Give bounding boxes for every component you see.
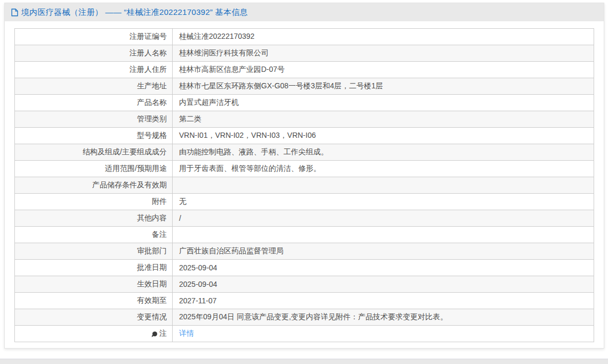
- table-row: 产品名称 内置式超声洁牙机: [15, 95, 594, 111]
- title-bar: 境内医疗器械（注册） —— “桂械注准20222170392” 基本信息: [5, 3, 604, 21]
- row-label: 型号规格: [15, 128, 173, 144]
- row-label: 结构及组成/主要组成成分: [15, 144, 173, 161]
- table-row: 审批部门 广西壮族自治区药品监督管理局: [15, 243, 594, 260]
- row-value: /: [173, 210, 594, 227]
- table-row: 产品储存条件及有效期: [15, 177, 594, 194]
- table-row: 注册人名称 桂林维润医疗科技有限公司: [15, 45, 594, 62]
- table-row: 注册人住所 桂林市高新区信息产业园D-07号: [15, 62, 594, 78]
- row-label: 变更情况: [15, 309, 173, 326]
- row-label: 生效日期: [15, 276, 173, 293]
- row-value: 由功能控制电路、液路、手柄、工作尖组成。: [173, 144, 594, 161]
- row-label: 注册证编号: [15, 29, 173, 45]
- registration-table: 注册证编号 桂械注准20222170392 注册人名称 桂林维润医疗科技有限公司…: [14, 28, 594, 342]
- row-value: 用于牙齿表面、根管等部位的清洁、修形。: [173, 161, 594, 177]
- table-row: 附件 无: [15, 194, 594, 210]
- row-label: 备注: [15, 227, 173, 243]
- details-link[interactable]: 详情: [179, 329, 194, 337]
- row-value: 2025年09月04日 同意该产品变更,变更内容详见附件：产品技术要求变更对比表…: [173, 309, 594, 326]
- card-body: 注册证编号 桂械注准20222170392 注册人名称 桂林维润医疗科技有限公司…: [5, 21, 604, 348]
- table-row: 型号规格 VRN-I01，VRN-I02，VRN-I03，VRN-I06: [15, 128, 594, 144]
- balloon-icon: [152, 332, 157, 336]
- row-label: 注册人名称: [15, 45, 173, 62]
- row-value: 2025-09-04: [173, 260, 594, 276]
- row-value: [173, 227, 594, 243]
- row-label: 批准日期: [15, 260, 173, 276]
- table-row: 有效期至 2027-11-07: [15, 293, 594, 309]
- table-row: 注册证编号 桂械注准20222170392: [15, 29, 594, 45]
- table-row: 注 详情: [15, 326, 594, 342]
- row-value: 第二类: [173, 111, 594, 128]
- row-value: 桂林市高新区信息产业园D-07号: [173, 62, 594, 78]
- registration-info-card: 境内医疗器械（注册） —— “桂械注准20222170392” 基本信息 注册证…: [4, 3, 604, 349]
- table-row: 其他内容 /: [15, 210, 594, 227]
- row-label: 产品储存条件及有效期: [15, 177, 173, 194]
- table-row: 批准日期 2025-09-04: [15, 260, 594, 276]
- row-value: VRN-I01，VRN-I02，VRN-I03，VRN-I06: [173, 128, 594, 144]
- row-label: 生产地址: [15, 78, 173, 95]
- table-row: 管理类别 第二类: [15, 111, 594, 128]
- table-row: 备注: [15, 227, 594, 243]
- row-value: 详情: [173, 326, 594, 342]
- row-value: 广西壮族自治区药品监督管理局: [173, 243, 594, 260]
- row-value: 桂械注准20222170392: [173, 29, 594, 45]
- row-value: 桂林市七星区东环路东侧GX-G08一号楼3层和4层，二号楼1层: [173, 78, 594, 95]
- row-label: 适用范围/预期用途: [15, 161, 173, 177]
- table-row: 适用范围/预期用途 用于牙齿表面、根管等部位的清洁、修形。: [15, 161, 594, 177]
- table-row: 变更情况 2025年09月04日 同意该产品变更,变更内容详见附件：产品技术要求…: [15, 309, 594, 326]
- row-label: 产品名称: [15, 95, 173, 111]
- row-label: 审批部门: [15, 243, 173, 260]
- row-label: 注: [15, 326, 173, 342]
- row-label: 管理类别: [15, 111, 173, 128]
- row-label: 附件: [15, 194, 173, 210]
- row-value: 2025-09-04: [173, 276, 594, 293]
- table-row: 结构及组成/主要组成成分 由功能控制电路、液路、手柄、工作尖组成。: [15, 144, 594, 161]
- row-label: 有效期至: [15, 293, 173, 309]
- row-value: [173, 177, 594, 194]
- row-label: 其他内容: [15, 210, 173, 227]
- row-label: 注册人住所: [15, 62, 173, 78]
- document-icon: [11, 9, 18, 16]
- bottom-edge-strip: [0, 359, 608, 364]
- page-title: 境内医疗器械（注册） —— “桂械注准20222170392” 基本信息: [21, 7, 248, 18]
- table-row: 生产地址 桂林市七星区东环路东侧GX-G08一号楼3层和4层，二号楼1层: [15, 78, 594, 95]
- table-row: 生效日期 2025-09-04: [15, 276, 594, 293]
- row-value: 2027-11-07: [173, 293, 594, 309]
- row-value: 内置式超声洁牙机: [173, 95, 594, 111]
- row-value: 无: [173, 194, 594, 210]
- row-value: 桂林维润医疗科技有限公司: [173, 45, 594, 62]
